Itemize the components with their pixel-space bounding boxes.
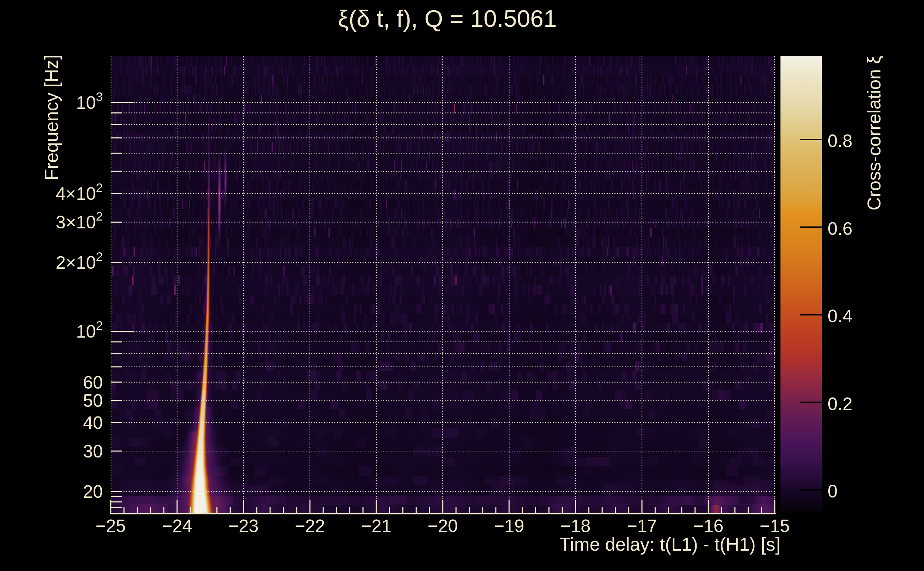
svg-text:−22: −22 [295, 516, 325, 536]
svg-text:50: 50 [83, 391, 103, 411]
svg-text:0: 0 [828, 481, 837, 502]
svg-text:−25: −25 [96, 516, 126, 536]
svg-text:−16: −16 [693, 516, 724, 536]
svg-text:0.2: 0.2 [828, 394, 853, 414]
svg-text:ξ(δ t, f), Q = 10.5061: ξ(δ t, f), Q = 10.5061 [338, 5, 557, 32]
svg-text:20: 20 [83, 482, 103, 502]
svg-text:40: 40 [83, 413, 103, 433]
svg-text:3×102: 3×102 [56, 209, 103, 232]
svg-text:0.8: 0.8 [828, 131, 853, 151]
svg-text:−21: −21 [361, 516, 392, 536]
svg-text:Time delay: t(L1) - t(H1) [s]: Time delay: t(L1) - t(H1) [s] [559, 534, 780, 555]
svg-text:30: 30 [83, 441, 103, 461]
svg-text:Cross-correlation ξ: Cross-correlation ξ [864, 56, 884, 211]
svg-text:4×102: 4×102 [56, 181, 103, 204]
svg-text:102: 102 [76, 318, 103, 341]
svg-text:0.6: 0.6 [828, 219, 853, 239]
svg-text:Frequency [Hz]: Frequency [Hz] [41, 55, 62, 181]
svg-text:−24: −24 [162, 516, 192, 536]
svg-text:−15: −15 [760, 516, 790, 536]
svg-text:0.4: 0.4 [828, 306, 853, 326]
svg-text:60: 60 [83, 373, 103, 393]
svg-text:103: 103 [76, 90, 103, 113]
svg-text:−18: −18 [561, 516, 591, 536]
svg-text:2×102: 2×102 [56, 250, 103, 273]
svg-text:−17: −17 [627, 516, 657, 536]
svg-text:−23: −23 [229, 516, 259, 536]
svg-text:−20: −20 [428, 516, 458, 536]
svg-text:−19: −19 [494, 516, 524, 536]
